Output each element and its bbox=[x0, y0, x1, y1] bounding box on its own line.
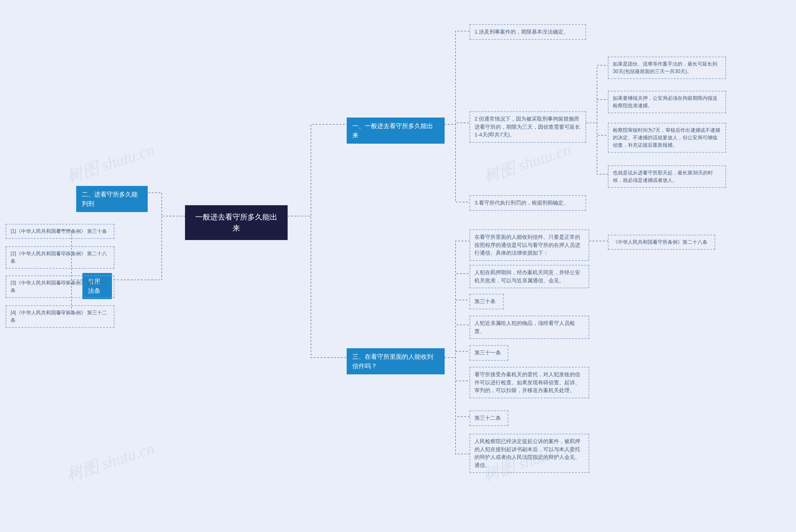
watermark: 树图 shutu.cn bbox=[64, 139, 157, 188]
b4-leaf-3: [3]《中华人民共和国看守所条例》 第三十一条 bbox=[5, 276, 114, 298]
b1-l2-sub-2: 如果要继续关押，公安局必须在拘留期限内报送检察院批准逮捕。 bbox=[608, 91, 726, 113]
b1-leaf-2: 2.但通常情况下，因为被采取刑事拘留措施而进看守所的，期限为三天，因侦查需要可延… bbox=[470, 111, 586, 143]
b1-l2-sub-1: 如果是团伙、流窜等作案手法的，最长可延长到30天(包括最前面的三天一共30天)。 bbox=[608, 57, 726, 79]
watermark: 树图 shutu.cn bbox=[64, 437, 157, 486]
b1-l2-sub-4: 也就是说从进看守所那天起，最长第38天的时候，就必须是逮捕或者放人。 bbox=[608, 166, 726, 188]
b1-l2-sub-3: 检察院审核时间为7天，审核后作出逮捕或不逮捕的决定。不逮捕的话就要放人，但公安局… bbox=[608, 123, 726, 153]
root-node: 一般进去看守所多久能出来 bbox=[185, 205, 288, 240]
b3-leaf-4: 人犯近亲属给人犯的物品，须经看守人员检查。 bbox=[470, 316, 589, 339]
b3-leaf-2: 人犯在羁押期间，经办案机关同意，并经公安机关批准，可以与近亲属通信、会见。 bbox=[470, 265, 589, 288]
b3-leaf-7: 第三十二条 bbox=[470, 411, 508, 426]
connector-layer bbox=[0, 0, 796, 532]
b1-leaf-3: 3.看守所代执行刑罚的，根据刑期确定。 bbox=[470, 195, 586, 211]
branch-2: 二、进看守所多久能判刑 bbox=[76, 186, 148, 212]
b3-leaf-3: 第三十条 bbox=[470, 294, 504, 309]
watermark: 树图 shutu.cn bbox=[481, 139, 574, 188]
b3-leaf-6: 看守所接受办案机关的委托，对人犯发收的信件可以进行检查。如果发现有碍侦查、起诉、… bbox=[470, 367, 589, 398]
b4-leaf-1: [1]《中华人民共和国看守所条例》 第三十条 bbox=[5, 224, 114, 239]
branch-3: 三、在看守所里面的人能收到信件吗？ bbox=[347, 348, 444, 374]
branch-1: 一、一般进去看守所多久能出来 bbox=[347, 117, 444, 144]
b4-leaf-2: [2]《中华人民共和国看守所条例》 第二十八条 bbox=[5, 246, 114, 269]
b3-leaf-1: 在看守所里面的人能收到信件。只要是正常的按照程序的通信是可以与看守所的在押人员进… bbox=[470, 229, 589, 261]
b3-leaf-1-sub: 《中华人民共和国看守所条例》第二十八条 bbox=[608, 235, 715, 250]
b1-leaf-1: 1.涉及刑事案件的，期限基本没法确定。 bbox=[470, 24, 586, 40]
b3-leaf-5: 第三十一条 bbox=[470, 345, 508, 361]
b4-leaf-4: [4]《中华人民共和国看守所条例》 第三十二条 bbox=[5, 305, 114, 328]
b3-leaf-8: 人民检察院已经决定提起公诉的案件，被羁押的人犯在接到起诉书副本后，可以与本人委托… bbox=[470, 434, 589, 473]
